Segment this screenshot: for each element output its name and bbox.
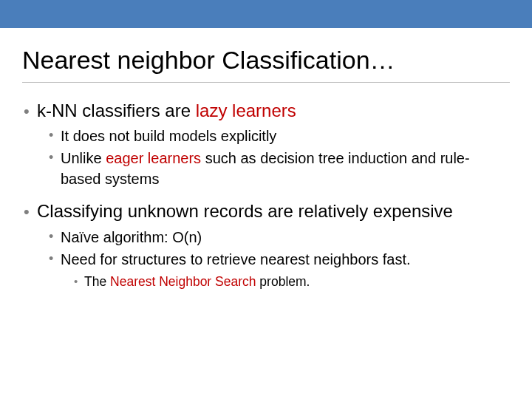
bullet-2b-sublist: The Nearest Neighbor Search problem.	[61, 273, 510, 291]
slide-title: Nearest neighbor Classification…	[22, 46, 510, 75]
bullet-list: k-NN classifiers are lazy learners It do…	[24, 99, 510, 290]
bullet-1: k-NN classifiers are lazy learners It do…	[24, 99, 510, 189]
bullet-1b-highlight: eager learners	[106, 150, 201, 166]
bullet-1b: Unlike eager learners such as decision t…	[49, 148, 510, 189]
bullet-1a: It does not build models explicitly	[49, 126, 510, 146]
bullet-2b-i-post: problem.	[256, 274, 310, 289]
bullet-2b: Need for structures to retrieve nearest …	[49, 249, 510, 291]
bullet-1b-pre: Unlike	[61, 150, 106, 166]
bullet-1-highlight: lazy learners	[196, 100, 296, 120]
bullet-2a: Naïve algorithm: O(n)	[49, 227, 510, 248]
bullet-2: Classifying unknown records are relative…	[24, 200, 510, 290]
title-underline	[22, 82, 510, 83]
bullet-2b-i: The Nearest Neighbor Search problem.	[74, 273, 510, 291]
bullet-2-text: Classifying unknown records are relative…	[37, 201, 453, 221]
slide-body: Nearest neighbor Classification… k-NN cl…	[0, 46, 532, 290]
accent-bar	[0, 0, 532, 28]
bullet-2b-text: Need for structures to retrieve nearest …	[61, 251, 411, 267]
bullet-1-text-pre: k-NN classifiers are	[37, 100, 196, 120]
bullet-1-sublist: It does not build models explicitly Unli…	[37, 126, 510, 189]
bullet-2b-i-pre: The	[84, 274, 110, 289]
bullet-2b-i-highlight: Nearest Neighbor Search	[110, 274, 256, 289]
bullet-2-sublist: Naïve algorithm: O(n) Need for structure…	[37, 227, 510, 291]
